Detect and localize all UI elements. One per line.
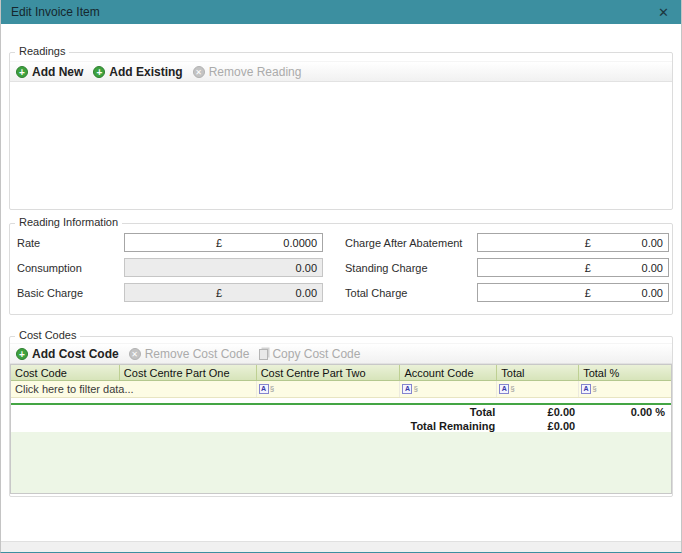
remove-icon: ✕	[193, 66, 205, 78]
charge-after-abatement-input[interactable]: £ 0.00	[477, 233, 669, 252]
standing-charge-input[interactable]: £ 0.00	[477, 258, 669, 277]
total-charge-value: 0.00	[591, 287, 663, 299]
column-header-cost-centre-part-two[interactable]: Cost Centre Part Two	[257, 365, 401, 380]
total-amount: £0.00	[497, 406, 579, 418]
readings-toolbar: + Add New + Add Existing ✕ Remove Readin…	[10, 61, 672, 82]
standing-charge-value: 0.00	[591, 262, 663, 274]
filter-prompt-cell[interactable]: Click here to filter data...	[11, 381, 257, 397]
column-header-total[interactable]: Total	[497, 365, 579, 380]
readings-group: Readings + Add New + Add Existing ✕ Remo…	[9, 52, 673, 210]
filter-icon: A§	[259, 384, 274, 394]
total-remaining-label: Total Remaining	[11, 420, 497, 432]
charge-after-abatement-label: Charge After Abatement	[345, 237, 477, 249]
grid-empty-area	[11, 432, 671, 493]
column-header-cost-centre-part-one[interactable]: Cost Centre Part One	[120, 365, 257, 380]
rate-label: Rate	[17, 237, 124, 249]
total-remaining-amount: £0.00	[497, 420, 579, 432]
filter-row: Click here to filter data... A§ A§ A§ A§	[11, 381, 671, 398]
totals-row: Total Remaining £0.00	[11, 419, 671, 432]
total-label: Total	[11, 406, 497, 418]
column-header-account-code[interactable]: Account Code	[400, 365, 497, 380]
add-icon: +	[93, 66, 105, 78]
filter-icon: A§	[402, 384, 417, 394]
copy-cost-code-button: Copy Cost Code	[259, 347, 360, 361]
filter-cell-account-code[interactable]: A§	[400, 381, 497, 397]
readings-list-area	[10, 82, 672, 210]
copy-icon	[259, 349, 268, 360]
cost-codes-group: Cost Codes + Add Cost Code ✕ Remove Cost…	[9, 336, 673, 497]
add-new-button[interactable]: + Add New	[16, 65, 83, 79]
dialog-body: Readings + Add New + Add Existing ✕ Remo…	[1, 52, 681, 533]
add-icon: +	[16, 348, 28, 360]
standing-charge-label: Standing Charge	[345, 262, 477, 274]
button-bar: OK Cancel	[1, 541, 681, 553]
remove-cost-code-button: ✕ Remove Cost Code	[129, 347, 250, 361]
total-charge-label: Total Charge	[345, 287, 477, 299]
rate-value: 0.0000	[222, 237, 317, 249]
consumption-label: Consumption	[17, 262, 124, 274]
field-row: Rate £ 0.0000 Charge After Abatement £ 0…	[17, 233, 669, 252]
basic-charge-input: £ 0.00	[124, 283, 323, 302]
filter-cell-total-percent[interactable]: A§	[579, 381, 671, 397]
column-header-cost-code[interactable]: Cost Code	[11, 365, 120, 380]
totals-row: Total £0.00 0.00 %	[11, 405, 671, 419]
total-percent: 0.00 %	[579, 406, 671, 418]
reading-information-group: Reading Information Rate £ 0.0000 Charge…	[9, 223, 673, 315]
titlebar: Edit Invoice Item ✕	[1, 0, 681, 24]
add-icon: +	[16, 66, 28, 78]
filter-cell-total[interactable]: A§	[497, 381, 579, 397]
rate-input[interactable]: £ 0.0000	[124, 233, 323, 252]
basic-charge-value: 0.00	[222, 287, 317, 299]
filter-icon: A§	[581, 384, 596, 394]
cost-codes-group-label: Cost Codes	[15, 329, 80, 341]
remove-icon: ✕	[129, 348, 141, 360]
window-title: Edit Invoice Item	[11, 5, 100, 19]
add-existing-button[interactable]: + Add Existing	[93, 65, 182, 79]
remove-reading-button: ✕ Remove Reading	[193, 65, 302, 79]
cost-codes-toolbar: + Add Cost Code ✕ Remove Cost Code Copy …	[10, 343, 672, 364]
reading-information-group-label: Reading Information	[15, 216, 122, 228]
total-charge-input[interactable]: £ 0.00	[477, 283, 669, 302]
readings-group-label: Readings	[15, 45, 69, 57]
filter-icon: A§	[499, 384, 514, 394]
close-icon[interactable]: ✕	[658, 6, 669, 19]
charge-after-abatement-value: 0.00	[591, 237, 663, 249]
add-cost-code-button[interactable]: + Add Cost Code	[16, 347, 119, 361]
consumption-value: 0.00	[222, 262, 317, 274]
consumption-input: 0.00	[124, 258, 323, 277]
table-header-row: Cost Code Cost Centre Part One Cost Cent…	[11, 365, 671, 381]
field-row: Consumption 0.00 Standing Charge £ 0.00	[17, 258, 669, 277]
filter-cell-cost-centre-part-two[interactable]: A§	[257, 381, 401, 397]
basic-charge-label: Basic Charge	[17, 287, 124, 299]
field-row: Basic Charge £ 0.00 Total Charge £ 0.00	[17, 283, 669, 302]
cost-codes-table: Cost Code Cost Centre Part One Cost Cent…	[10, 364, 672, 494]
column-header-total-percent[interactable]: Total %	[579, 365, 671, 380]
